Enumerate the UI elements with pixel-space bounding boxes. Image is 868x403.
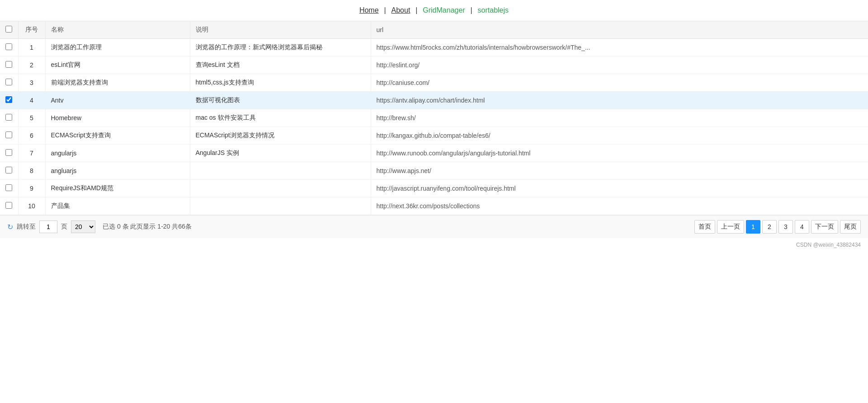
row-url[interactable]: http://caniuse.com/ [371,74,868,92]
header-checkbox-cell[interactable] [0,21,18,39]
row-checkbox-cell[interactable] [0,56,18,74]
table-row: 8 angluarjs http://www.apjs.net/ [0,162,868,180]
row-checkbox[interactable] [5,61,12,68]
header-url: url [371,21,868,39]
row-seq: 3 [18,74,45,92]
row-checkbox[interactable] [5,149,12,156]
row-name: RequireJS和AMD规范 [45,180,190,197]
row-checkbox-cell[interactable] [0,39,18,56]
row-checkbox-cell[interactable] [0,92,18,109]
table-row: 4 Antv 数据可视化图表 https://antv.alipay.com/c… [0,92,868,109]
row-desc [190,180,371,197]
header-row: 序号 名称 说明 url [0,21,868,39]
row-checkbox[interactable] [5,79,12,85]
watermark-text: CSDN @weixin_43882434 [796,242,861,248]
watermark: CSDN @weixin_43882434 [0,238,868,252]
row-seq: 10 [18,197,45,215]
row-checkbox[interactable] [5,114,12,121]
row-checkbox[interactable] [5,43,12,50]
header-seq: 序号 [18,21,45,39]
row-name: ECMAScript支持查询 [45,127,190,145]
prev-page-button[interactable]: 上一页 [717,220,744,234]
header-desc: 说明 [190,21,371,39]
row-url[interactable]: http://eslint.org/ [371,56,868,74]
sep-1: | [384,6,386,14]
sep-2: | [415,6,417,14]
row-desc: mac os 软件安装工具 [190,109,371,127]
row-url[interactable]: http://brew.sh/ [371,109,868,127]
first-page-button[interactable]: 首页 [694,220,715,234]
row-url[interactable]: http://www.runoob.com/angularjs/angularj… [371,145,868,162]
table-row: 2 esLint官网 查询esLint 文档 http://eslint.org… [0,56,868,74]
row-checkbox-cell[interactable] [0,74,18,92]
table-row: 7 angularjs AngularJS 实例 http://www.runo… [0,145,868,162]
row-checkbox[interactable] [5,96,12,103]
table-container: 序号 名称 说明 url 1 浏览器的工作原理 浏览器的工作原理：新式网络浏览器… [0,21,868,215]
row-checkbox-cell[interactable] [0,162,18,180]
row-seq: 5 [18,109,45,127]
row-name: angularjs [45,145,190,162]
row-desc: 数据可视化图表 [190,92,371,109]
page-btn-1[interactable]: 1 [746,220,760,234]
data-table: 序号 名称 说明 url 1 浏览器的工作原理 浏览器的工作原理：新式网络浏览器… [0,21,868,215]
row-desc [190,162,371,180]
table-row: 6 ECMAScript支持查询 ECMAScript浏览器支持情况 http:… [0,127,868,145]
per-page-select[interactable]: 10 20 30 50 100 [71,220,95,233]
sep-3: | [471,6,472,14]
row-checkbox-cell[interactable] [0,127,18,145]
goto-label: 跳转至 [17,223,36,231]
status-text: 已选 0 条 此页显示 1-20 共66条 [103,223,192,231]
row-checkbox[interactable] [5,131,12,138]
nav-about[interactable]: About [392,6,410,14]
page-btn-3[interactable]: 3 [778,220,793,234]
next-page-button[interactable]: 下一页 [811,220,838,234]
refresh-icon[interactable]: ↻ [7,223,13,231]
row-desc: AngularJS 实例 [190,145,371,162]
nav-gridmanager[interactable]: GridManager [423,6,465,14]
row-checkbox[interactable] [5,202,12,209]
row-name: Antv [45,92,190,109]
table-row: 10 产品集 http://next.36kr.com/posts/collec… [0,197,868,215]
row-url[interactable]: http://javascript.ruanyifeng.com/tool/re… [371,180,868,197]
table-row: 5 Homebrew mac os 软件安装工具 http://brew.sh/ [0,109,868,127]
last-page-button[interactable]: 尾页 [840,220,861,234]
row-url[interactable]: https://antv.alipay.com/chart/index.html [371,92,868,109]
row-name: Homebrew [45,109,190,127]
row-url[interactable]: https://www.html5rocks.com/zh/tutorials/… [371,39,868,56]
nav-bar: Home | About | GridManager | sortablejs [0,0,868,21]
row-url[interactable]: http://next.36kr.com/posts/collections [371,197,868,215]
page-unit: 页 [61,223,67,231]
page-btn-4[interactable]: 4 [795,220,809,234]
row-seq: 8 [18,162,45,180]
nav-home[interactable]: Home [359,6,379,14]
row-seq: 6 [18,127,45,145]
row-checkbox[interactable] [5,184,12,191]
row-name: 前端浏览器支持查询 [45,74,190,92]
table-row: 1 浏览器的工作原理 浏览器的工作原理：新式网络浏览器幕后揭秘 https://… [0,39,868,56]
goto-input[interactable] [39,220,57,233]
row-desc: html5,css,js支持查询 [190,74,371,92]
select-all-checkbox[interactable] [5,26,12,33]
page-btn-2[interactable]: 2 [762,220,777,234]
row-seq: 1 [18,39,45,56]
row-desc: ECMAScript浏览器支持情况 [190,127,371,145]
row-url[interactable]: http://kangax.github.io/compat-table/es6… [371,127,868,145]
row-name: 产品集 [45,197,190,215]
page-buttons: 首页 上一页 1 2 3 4 下一页 尾页 [694,220,861,234]
nav-sortablejs[interactable]: sortablejs [478,6,509,14]
row-desc [190,197,371,215]
table-row: 9 RequireJS和AMD规范 http://javascript.ruan… [0,180,868,197]
header-name: 名称 [45,21,190,39]
row-name: angluarjs [45,162,190,180]
pagination-bar: ↻ 跳转至 页 10 20 30 50 100 已选 0 条 此页显示 1-20… [0,215,868,238]
row-seq: 2 [18,56,45,74]
row-checkbox-cell[interactable] [0,180,18,197]
table-head: 序号 名称 说明 url [0,21,868,39]
row-checkbox-cell[interactable] [0,145,18,162]
row-checkbox-cell[interactable] [0,197,18,215]
table-row: 3 前端浏览器支持查询 html5,css,js支持查询 http://cani… [0,74,868,92]
row-checkbox[interactable] [5,167,12,173]
row-url[interactable]: http://www.apjs.net/ [371,162,868,180]
row-name: esLint官网 [45,56,190,74]
row-checkbox-cell[interactable] [0,109,18,127]
